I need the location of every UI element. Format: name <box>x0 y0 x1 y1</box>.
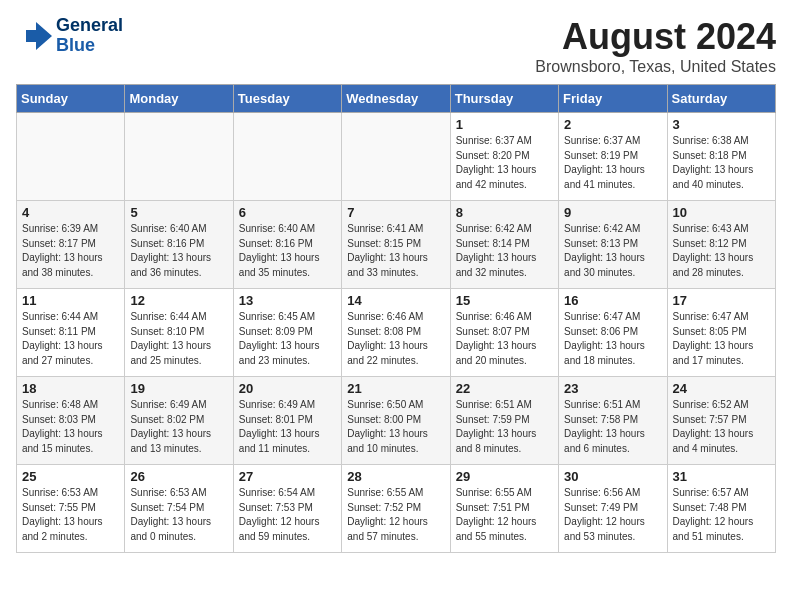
day-info: Sunrise: 6:37 AM Sunset: 8:19 PM Dayligh… <box>564 134 661 192</box>
day-info: Sunrise: 6:49 AM Sunset: 8:01 PM Dayligh… <box>239 398 336 456</box>
day-cell: 23Sunrise: 6:51 AM Sunset: 7:58 PM Dayli… <box>559 377 667 465</box>
day-info: Sunrise: 6:54 AM Sunset: 7:53 PM Dayligh… <box>239 486 336 544</box>
day-number: 24 <box>673 381 770 396</box>
day-number: 13 <box>239 293 336 308</box>
logo-line2: Blue <box>56 36 123 56</box>
day-number: 3 <box>673 117 770 132</box>
day-info: Sunrise: 6:39 AM Sunset: 8:17 PM Dayligh… <box>22 222 119 280</box>
calendar-body: 1Sunrise: 6:37 AM Sunset: 8:20 PM Daylig… <box>17 113 776 553</box>
day-info: Sunrise: 6:55 AM Sunset: 7:51 PM Dayligh… <box>456 486 553 544</box>
day-cell: 21Sunrise: 6:50 AM Sunset: 8:00 PM Dayli… <box>342 377 450 465</box>
logo-icon <box>16 18 52 54</box>
day-cell <box>233 113 341 201</box>
day-number: 27 <box>239 469 336 484</box>
day-number: 31 <box>673 469 770 484</box>
calendar-header: SundayMondayTuesdayWednesdayThursdayFrid… <box>17 85 776 113</box>
week-row-2: 11Sunrise: 6:44 AM Sunset: 8:11 PM Dayli… <box>17 289 776 377</box>
day-number: 18 <box>22 381 119 396</box>
day-cell: 19Sunrise: 6:49 AM Sunset: 8:02 PM Dayli… <box>125 377 233 465</box>
day-info: Sunrise: 6:52 AM Sunset: 7:57 PM Dayligh… <box>673 398 770 456</box>
day-number: 9 <box>564 205 661 220</box>
day-number: 7 <box>347 205 444 220</box>
day-cell: 18Sunrise: 6:48 AM Sunset: 8:03 PM Dayli… <box>17 377 125 465</box>
day-cell: 14Sunrise: 6:46 AM Sunset: 8:08 PM Dayli… <box>342 289 450 377</box>
week-row-4: 25Sunrise: 6:53 AM Sunset: 7:55 PM Dayli… <box>17 465 776 553</box>
day-cell: 7Sunrise: 6:41 AM Sunset: 8:15 PM Daylig… <box>342 201 450 289</box>
day-cell: 4Sunrise: 6:39 AM Sunset: 8:17 PM Daylig… <box>17 201 125 289</box>
week-row-3: 18Sunrise: 6:48 AM Sunset: 8:03 PM Dayli… <box>17 377 776 465</box>
header-cell-sunday: Sunday <box>17 85 125 113</box>
page-header: General Blue August 2024 Brownsboro, Tex… <box>16 16 776 76</box>
day-number: 26 <box>130 469 227 484</box>
day-number: 2 <box>564 117 661 132</box>
day-info: Sunrise: 6:44 AM Sunset: 8:11 PM Dayligh… <box>22 310 119 368</box>
day-info: Sunrise: 6:46 AM Sunset: 8:07 PM Dayligh… <box>456 310 553 368</box>
header-cell-monday: Monday <box>125 85 233 113</box>
day-cell: 30Sunrise: 6:56 AM Sunset: 7:49 PM Dayli… <box>559 465 667 553</box>
day-info: Sunrise: 6:57 AM Sunset: 7:48 PM Dayligh… <box>673 486 770 544</box>
day-cell: 9Sunrise: 6:42 AM Sunset: 8:13 PM Daylig… <box>559 201 667 289</box>
day-info: Sunrise: 6:37 AM Sunset: 8:20 PM Dayligh… <box>456 134 553 192</box>
day-info: Sunrise: 6:38 AM Sunset: 8:18 PM Dayligh… <box>673 134 770 192</box>
day-number: 5 <box>130 205 227 220</box>
day-cell: 12Sunrise: 6:44 AM Sunset: 8:10 PM Dayli… <box>125 289 233 377</box>
day-cell: 29Sunrise: 6:55 AM Sunset: 7:51 PM Dayli… <box>450 465 558 553</box>
day-info: Sunrise: 6:43 AM Sunset: 8:12 PM Dayligh… <box>673 222 770 280</box>
day-cell: 22Sunrise: 6:51 AM Sunset: 7:59 PM Dayli… <box>450 377 558 465</box>
day-info: Sunrise: 6:51 AM Sunset: 7:59 PM Dayligh… <box>456 398 553 456</box>
day-cell: 15Sunrise: 6:46 AM Sunset: 8:07 PM Dayli… <box>450 289 558 377</box>
day-info: Sunrise: 6:47 AM Sunset: 8:06 PM Dayligh… <box>564 310 661 368</box>
day-info: Sunrise: 6:47 AM Sunset: 8:05 PM Dayligh… <box>673 310 770 368</box>
day-info: Sunrise: 6:53 AM Sunset: 7:55 PM Dayligh… <box>22 486 119 544</box>
day-number: 4 <box>22 205 119 220</box>
header-cell-friday: Friday <box>559 85 667 113</box>
day-cell: 31Sunrise: 6:57 AM Sunset: 7:48 PM Dayli… <box>667 465 775 553</box>
day-number: 30 <box>564 469 661 484</box>
day-info: Sunrise: 6:40 AM Sunset: 8:16 PM Dayligh… <box>130 222 227 280</box>
day-number: 8 <box>456 205 553 220</box>
day-number: 19 <box>130 381 227 396</box>
day-number: 16 <box>564 293 661 308</box>
day-number: 22 <box>456 381 553 396</box>
day-info: Sunrise: 6:50 AM Sunset: 8:00 PM Dayligh… <box>347 398 444 456</box>
day-info: Sunrise: 6:55 AM Sunset: 7:52 PM Dayligh… <box>347 486 444 544</box>
day-cell: 1Sunrise: 6:37 AM Sunset: 8:20 PM Daylig… <box>450 113 558 201</box>
header-cell-thursday: Thursday <box>450 85 558 113</box>
day-number: 12 <box>130 293 227 308</box>
day-info: Sunrise: 6:49 AM Sunset: 8:02 PM Dayligh… <box>130 398 227 456</box>
day-info: Sunrise: 6:48 AM Sunset: 8:03 PM Dayligh… <box>22 398 119 456</box>
day-cell: 13Sunrise: 6:45 AM Sunset: 8:09 PM Dayli… <box>233 289 341 377</box>
day-number: 1 <box>456 117 553 132</box>
day-cell <box>125 113 233 201</box>
week-row-1: 4Sunrise: 6:39 AM Sunset: 8:17 PM Daylig… <box>17 201 776 289</box>
calendar-table: SundayMondayTuesdayWednesdayThursdayFrid… <box>16 84 776 553</box>
day-cell: 8Sunrise: 6:42 AM Sunset: 8:14 PM Daylig… <box>450 201 558 289</box>
day-number: 20 <box>239 381 336 396</box>
logo-text: General Blue <box>56 16 123 56</box>
day-number: 14 <box>347 293 444 308</box>
day-cell: 17Sunrise: 6:47 AM Sunset: 8:05 PM Dayli… <box>667 289 775 377</box>
day-number: 6 <box>239 205 336 220</box>
day-number: 10 <box>673 205 770 220</box>
day-cell <box>342 113 450 201</box>
logo: General Blue <box>16 16 123 56</box>
day-cell: 20Sunrise: 6:49 AM Sunset: 8:01 PM Dayli… <box>233 377 341 465</box>
day-info: Sunrise: 6:46 AM Sunset: 8:08 PM Dayligh… <box>347 310 444 368</box>
day-info: Sunrise: 6:41 AM Sunset: 8:15 PM Dayligh… <box>347 222 444 280</box>
day-cell: 24Sunrise: 6:52 AM Sunset: 7:57 PM Dayli… <box>667 377 775 465</box>
day-cell: 16Sunrise: 6:47 AM Sunset: 8:06 PM Dayli… <box>559 289 667 377</box>
day-number: 11 <box>22 293 119 308</box>
day-info: Sunrise: 6:42 AM Sunset: 8:14 PM Dayligh… <box>456 222 553 280</box>
day-cell: 27Sunrise: 6:54 AM Sunset: 7:53 PM Dayli… <box>233 465 341 553</box>
header-row: SundayMondayTuesdayWednesdayThursdayFrid… <box>17 85 776 113</box>
day-number: 21 <box>347 381 444 396</box>
day-info: Sunrise: 6:51 AM Sunset: 7:58 PM Dayligh… <box>564 398 661 456</box>
day-cell: 3Sunrise: 6:38 AM Sunset: 8:18 PM Daylig… <box>667 113 775 201</box>
day-number: 17 <box>673 293 770 308</box>
logo-line1: General <box>56 16 123 36</box>
day-number: 23 <box>564 381 661 396</box>
day-info: Sunrise: 6:40 AM Sunset: 8:16 PM Dayligh… <box>239 222 336 280</box>
day-info: Sunrise: 6:44 AM Sunset: 8:10 PM Dayligh… <box>130 310 227 368</box>
day-cell: 6Sunrise: 6:40 AM Sunset: 8:16 PM Daylig… <box>233 201 341 289</box>
day-cell <box>17 113 125 201</box>
